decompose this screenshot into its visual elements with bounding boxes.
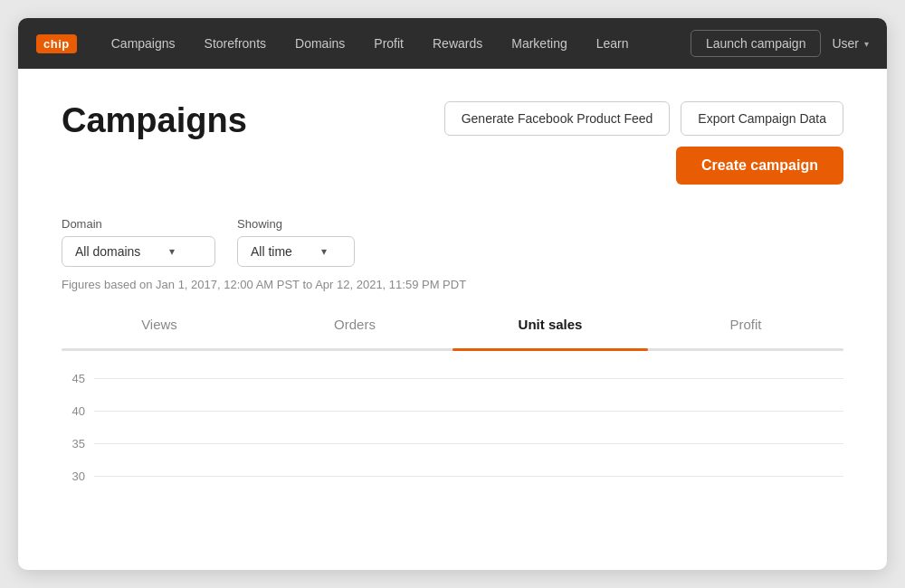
domain-select-chevron-icon: ▾ [169,245,175,258]
chart-grid-line-30 [94,476,843,477]
showing-value: All time [251,244,292,259]
chart-tabs: Views Orders Unit sales Profit [62,317,843,337]
chart-y-label-30: 30 [62,469,94,483]
page-header: Campaigns Generate Facebook Product Feed… [62,101,843,185]
tab-unit-sales[interactable]: Unit sales [452,317,648,337]
page-title: Campaigns [62,101,247,140]
chart-y-label-45: 45 [62,372,94,385]
nav-item-profit[interactable]: Profit [361,29,416,58]
brand-logo: chip [36,34,77,53]
tab-profit[interactable]: Profit [648,317,843,337]
brand-logo-container[interactable]: chip [36,34,77,53]
chart-row-30: 30 [62,460,843,492]
generate-fb-feed-button[interactable]: Generate Facebook Product Feed [444,101,671,136]
date-range-text: Figures based on Jan 1, 2017, 12:00 AM P… [62,278,843,291]
domain-value: All domains [75,244,140,259]
nav-right: Launch campaign User ▾ [691,30,869,57]
chart-tabs-underline [62,348,843,351]
main-window: chip Campaigns Storefronts Domains Profi… [18,18,887,570]
main-content: Campaigns Generate Facebook Product Feed… [18,69,887,570]
chart-row-35: 35 [62,427,843,460]
nav-item-learn[interactable]: Learn [584,29,642,58]
domain-filter-group: Domain All domains ▾ [62,217,215,267]
chart-y-label-40: 40 [62,404,94,418]
navbar: chip Campaigns Storefronts Domains Profi… [18,18,887,69]
chart-y-label-35: 35 [62,437,94,450]
launch-campaign-button[interactable]: Launch campaign [691,30,822,57]
chart-grid-line-35 [94,443,843,444]
chart-row-40: 40 [62,394,843,427]
tab-views[interactable]: Views [62,317,257,337]
chart-active-underline [452,348,648,351]
nav-item-rewards[interactable]: Rewards [420,29,495,58]
showing-label: Showing [237,217,355,231]
user-menu[interactable]: User ▾ [832,36,869,51]
nav-item-campaigns[interactable]: Campaigns [99,29,188,58]
chart-area: 45 40 35 30 [62,351,843,492]
chart-grid-line-40 [94,411,843,412]
nav-items: Campaigns Storefronts Domains Profit Rew… [99,29,691,58]
nav-item-storefronts[interactable]: Storefronts [192,29,279,58]
chart-row-45: 45 [62,362,843,394]
tab-orders[interactable]: Orders [257,317,452,337]
create-campaign-button[interactable]: Create campaign [676,147,843,185]
header-actions: Generate Facebook Product Feed Export Ca… [444,101,843,185]
header-actions-top: Generate Facebook Product Feed Export Ca… [444,101,843,136]
domain-select[interactable]: All domains ▾ [62,236,215,267]
chart-grid-line-45 [94,378,843,379]
nav-item-domains[interactable]: Domains [282,29,357,58]
user-menu-chevron-icon: ▾ [864,39,869,49]
user-label: User [832,36,859,51]
showing-select-chevron-icon: ▾ [321,245,327,258]
domain-label: Domain [62,217,215,231]
showing-select[interactable]: All time ▾ [237,236,355,267]
filters: Domain All domains ▾ Showing All time ▾ [62,217,843,267]
nav-item-marketing[interactable]: Marketing [499,29,579,58]
export-campaign-data-button[interactable]: Export Campaign Data [681,101,843,136]
showing-filter-group: Showing All time ▾ [237,217,355,267]
